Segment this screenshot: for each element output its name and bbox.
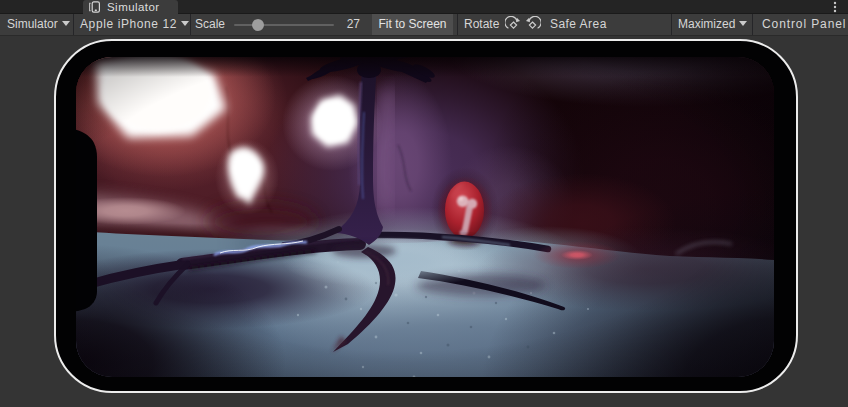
device-simulator-icon <box>88 1 101 13</box>
fit-to-screen-button[interactable]: Fit to Screen <box>372 14 453 35</box>
chevron-down-icon <box>181 21 189 26</box>
scale-value: 27 <box>334 14 360 35</box>
separator <box>457 14 458 35</box>
simulator-canvas[interactable] <box>0 36 848 407</box>
separator <box>752 14 753 35</box>
chevron-down-icon <box>62 21 70 26</box>
device-frame <box>54 39 798 393</box>
maximized-label: Maximized <box>678 17 735 31</box>
separator <box>73 14 74 35</box>
simulator-mode-dropdown[interactable]: Simulator <box>7 14 70 35</box>
device-dropdown[interactable]: Apple iPhone 12 <box>80 14 189 35</box>
safe-area-toggle[interactable]: Safe Area <box>550 14 607 35</box>
kebab-menu-icon[interactable] <box>830 1 840 13</box>
device-screen[interactable] <box>76 57 774 377</box>
tab-simulator[interactable]: Simulator <box>83 0 178 14</box>
top-shadow <box>76 57 774 77</box>
separator <box>671 14 672 35</box>
scale-label: Scale <box>195 14 225 35</box>
scale-slider[interactable] <box>234 14 334 35</box>
tab-bar: Simulator <box>0 0 848 14</box>
rotate-counterclockwise-icon[interactable] <box>524 16 541 33</box>
game-scene <box>76 57 774 377</box>
device-dropdown-label: Apple iPhone 12 <box>80 17 177 31</box>
maximized-dropdown[interactable]: Maximized <box>678 14 747 35</box>
tab-label: Simulator <box>107 0 160 15</box>
vignette <box>76 57 774 377</box>
chevron-down-icon <box>739 21 747 26</box>
rotate-clockwise-icon[interactable] <box>505 16 522 33</box>
slider-track <box>234 24 334 26</box>
slider-thumb[interactable] <box>252 19 264 31</box>
rotate-label: Rotate <box>464 14 499 35</box>
simulator-mode-label: Simulator <box>7 17 58 31</box>
control-panel-button[interactable]: Control Panel <box>762 14 846 35</box>
simulator-window: Simulator Simulator Apple iPhone 12 Scal… <box>0 0 848 407</box>
toolbar: Simulator Apple iPhone 12 Scale 27 Fit t… <box>0 14 848 36</box>
separator <box>190 14 191 35</box>
device-notch <box>76 128 97 312</box>
